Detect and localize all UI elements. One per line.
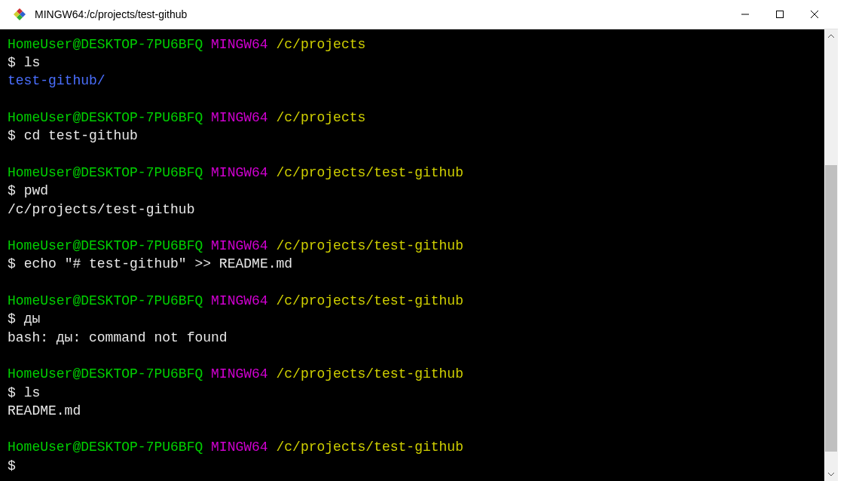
prompt-path: /c/projects/test-github: [277, 366, 463, 381]
command-line: $ ls: [8, 384, 817, 402]
titlebar: MINGW64:/c/projects/test-github: [0, 0, 838, 29]
prompt-path: /c/projects/test-github: [277, 238, 463, 253]
maximize-button[interactable]: [763, 0, 797, 29]
prompt-path: /c/projects/test-github: [277, 165, 463, 180]
prompt-path: /c/projects/test-github: [277, 293, 463, 308]
scrollbar-thumb[interactable]: [825, 165, 837, 452]
prompt-userhost: HomeUser@DESKTOP-7PU6BFQ: [8, 238, 203, 253]
prompt-line: HomeUser@DESKTOP-7PU6BFQ MINGW64 /c/proj…: [8, 365, 817, 383]
prompt-dollar: $: [8, 311, 16, 326]
prompt-userhost: HomeUser@DESKTOP-7PU6BFQ: [8, 440, 203, 455]
command-line: $ echo "# test-github" >> README.md: [8, 255, 817, 273]
prompt-userhost: HomeUser@DESKTOP-7PU6BFQ: [8, 366, 203, 381]
minimize-button[interactable]: [728, 0, 763, 29]
prompt-line: HomeUser@DESKTOP-7PU6BFQ MINGW64 /c/proj…: [8, 109, 817, 127]
command-line: $ cd test-github: [8, 127, 817, 145]
prompt-line: HomeUser@DESKTOP-7PU6BFQ MINGW64 /c/proj…: [8, 164, 817, 182]
command-line: $: [8, 457, 817, 475]
command-line: $ pwd: [8, 182, 817, 200]
terminal-container: HomeUser@DESKTOP-7PU6BFQ MINGW64 /c/proj…: [0, 29, 838, 481]
command-text: echo "# test-github" >> README.md: [24, 256, 292, 271]
output-line: bash: ды: command not found: [8, 329, 817, 347]
window-title: MINGW64:/c/projects/test-github: [35, 8, 728, 20]
prompt-shell: MINGW64: [211, 37, 268, 52]
prompt-dollar: $: [8, 183, 16, 198]
output-line: test-github/: [8, 72, 817, 90]
command-text: ды: [24, 311, 41, 326]
prompt-dollar: $: [8, 256, 16, 271]
command-text: pwd: [24, 183, 48, 198]
prompt-shell: MINGW64: [211, 440, 268, 455]
prompt-userhost: HomeUser@DESKTOP-7PU6BFQ: [8, 293, 203, 308]
terminal-output[interactable]: HomeUser@DESKTOP-7PU6BFQ MINGW64 /c/proj…: [0, 29, 824, 481]
prompt-shell: MINGW64: [211, 165, 268, 180]
prompt-path: /c/projects: [277, 110, 366, 125]
prompt-line: HomeUser@DESKTOP-7PU6BFQ MINGW64 /c/proj…: [8, 35, 817, 54]
command-text: ls: [24, 55, 41, 70]
blank-line: [8, 420, 817, 438]
prompt-userhost: HomeUser@DESKTOP-7PU6BFQ: [8, 110, 203, 125]
window-controls: [728, 0, 832, 29]
prompt-path: /c/projects: [277, 37, 366, 52]
command-text: cd test-github: [24, 128, 138, 143]
blank-line: [8, 274, 817, 292]
scrollbar[interactable]: [824, 29, 838, 481]
svg-rect-5: [777, 11, 784, 17]
prompt-path: /c/projects/test-github: [277, 440, 463, 455]
prompt-shell: MINGW64: [211, 366, 268, 381]
command-text: ls: [24, 385, 41, 400]
prompt-dollar: $: [8, 385, 16, 400]
prompt-line: HomeUser@DESKTOP-7PU6BFQ MINGW64 /c/proj…: [8, 237, 817, 255]
close-button[interactable]: [797, 0, 832, 29]
blank-line: [8, 219, 817, 237]
blank-line: [8, 146, 817, 164]
command-line: $ ls: [8, 54, 817, 72]
prompt-shell: MINGW64: [211, 293, 268, 308]
output-line: /c/projects/test-github: [8, 201, 817, 219]
prompt-shell: MINGW64: [211, 238, 268, 253]
scroll-down-icon[interactable]: [824, 467, 838, 481]
blank-line: [8, 90, 817, 109]
prompt-userhost: HomeUser@DESKTOP-7PU6BFQ: [8, 37, 203, 52]
prompt-line: HomeUser@DESKTOP-7PU6BFQ MINGW64 /c/proj…: [8, 438, 817, 456]
output-line: README.md: [8, 402, 817, 420]
prompt-dollar: $: [8, 55, 16, 70]
scroll-up-icon[interactable]: [824, 29, 838, 43]
app-icon: [12, 7, 27, 22]
prompt-dollar: $: [8, 128, 16, 143]
prompt-shell: MINGW64: [211, 110, 268, 125]
prompt-dollar: $: [8, 458, 16, 473]
terminal-window: MINGW64:/c/projects/test-github HomeUser…: [0, 0, 838, 481]
prompt-line: HomeUser@DESKTOP-7PU6BFQ MINGW64 /c/proj…: [8, 292, 817, 310]
prompt-userhost: HomeUser@DESKTOP-7PU6BFQ: [8, 165, 203, 180]
command-line: $ ды: [8, 310, 817, 328]
blank-line: [8, 347, 817, 365]
